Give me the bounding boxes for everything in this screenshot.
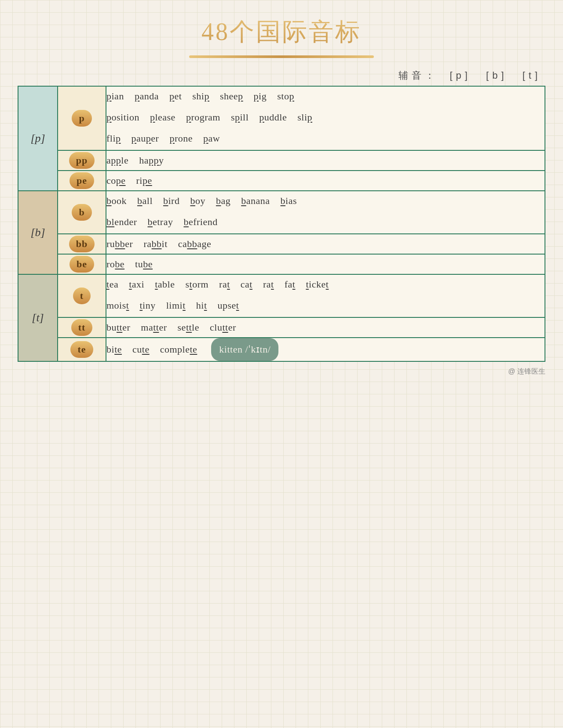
words-bb: rubber rabbit cabbage	[106, 234, 545, 254]
words-line: book ball bird boy bag banana bias	[106, 191, 545, 211]
word: ticket	[306, 275, 329, 294]
pattern-pe: pe	[58, 171, 106, 191]
words-line: blender betray befriend	[106, 212, 545, 232]
section-t-row1: [t] t tea taxi table storm rat cat rat f…	[18, 274, 545, 317]
phoneme-cell-t: [t]	[18, 274, 58, 361]
pattern-badge-pe: pe	[69, 172, 94, 189]
kitten-badge: kitten /ˈkɪtn/	[211, 338, 278, 361]
words-line: tea taxi table storm rat cat rat fat tic…	[106, 275, 545, 294]
phoneme-cell-p: [p]	[18, 86, 58, 191]
pattern-badge-be: be	[69, 256, 94, 273]
word: rubber	[106, 234, 133, 254]
word: butter	[106, 318, 130, 337]
section-b-row1: [b] b book ball bird boy bag banana bias	[18, 191, 545, 234]
words-t: tea taxi table storm rat cat rat fat tic…	[106, 274, 545, 317]
pattern-badge-pp: pp	[69, 152, 95, 169]
word: rat	[219, 275, 230, 294]
word: upset	[218, 296, 239, 315]
word: matter	[141, 318, 167, 337]
word: panda	[135, 87, 159, 106]
word: fat	[285, 275, 296, 294]
word: paw	[203, 129, 220, 148]
title-underline	[189, 55, 374, 58]
word: program	[186, 108, 220, 127]
words-pp: apple happy	[106, 150, 545, 171]
section-b-row3: be robe tube	[18, 254, 545, 274]
subtitle: 辅音： [p] [b] [t]	[18, 69, 545, 82]
word: book	[106, 191, 127, 211]
word: settle	[178, 318, 199, 337]
word: happy	[139, 151, 164, 170]
word: pig	[254, 87, 267, 106]
word: bag	[216, 191, 230, 211]
page-content: 48个国际音标 辅音： [p] [b] [t] [p] p pian panda…	[18, 13, 545, 376]
words-tt: butter matter settle clutter	[106, 317, 545, 338]
words-te: bite cute complete kitten /ˈkɪtn/	[106, 338, 545, 361]
pattern-p: p	[58, 86, 106, 150]
word: clutter	[210, 318, 236, 337]
words-line: position please program spill puddle sli…	[106, 108, 545, 127]
word: please	[150, 108, 175, 127]
pattern-tt: tt	[58, 317, 106, 338]
word: moist	[106, 296, 129, 315]
section-b-row2: bb rubber rabbit cabbage	[18, 234, 545, 254]
phoneme-p: [p]	[450, 70, 471, 81]
word: tea	[106, 275, 118, 294]
word: rabbit	[143, 234, 167, 254]
pattern-badge-tt: tt	[71, 319, 93, 336]
word: bite	[106, 340, 122, 359]
word: spill	[231, 108, 249, 127]
words-line: pian panda pet ship sheep pig stop	[106, 87, 545, 106]
words-p: pian panda pet ship sheep pig stop posit…	[106, 86, 545, 150]
word: rat	[263, 275, 274, 294]
word: stop	[277, 87, 294, 106]
word: ball	[137, 191, 153, 211]
word: blender	[106, 212, 137, 232]
word: slip	[297, 108, 312, 127]
pattern-b: b	[58, 191, 106, 234]
word: banana	[241, 191, 270, 211]
pattern-badge-t: t	[73, 288, 91, 304]
pattern-te: te	[58, 338, 106, 361]
section-p-row3: pe cope ripe	[18, 171, 545, 191]
phoneme-b: [b]	[486, 70, 507, 81]
section-t-row3: te bite cute complete kitten /ˈkɪtn/	[18, 338, 545, 361]
pattern-badge-b: b	[72, 204, 91, 221]
word: tube	[135, 255, 153, 274]
word: puddle	[259, 108, 287, 127]
pattern-bb: bb	[58, 234, 106, 254]
word: storm	[185, 275, 208, 294]
pattern-badge-p: p	[72, 110, 91, 127]
watermark: @ 连锋医生	[18, 367, 545, 376]
word: prone	[169, 129, 193, 148]
word: sheep	[220, 87, 243, 106]
words-pe: cope ripe	[106, 171, 545, 191]
word: apple	[106, 151, 128, 170]
word: bias	[281, 191, 297, 211]
word: cute	[132, 340, 150, 359]
words-line: flip pauper prone paw	[106, 129, 545, 148]
pattern-badge-te: te	[70, 341, 93, 358]
word: cat	[241, 275, 252, 294]
section-p-row1: [p] p pian panda pet ship sheep pig stop	[18, 86, 545, 150]
word: ripe	[136, 171, 152, 190]
word: pauper	[132, 129, 159, 148]
section-t-row2: tt butter matter settle clutter	[18, 317, 545, 338]
word: robe	[106, 255, 124, 274]
word: limit	[166, 296, 186, 315]
words-line: moist tiny limit hit upset	[106, 296, 545, 315]
word: cope	[106, 171, 126, 190]
word: betray	[147, 212, 173, 232]
word: ship	[192, 87, 209, 106]
word: pet	[169, 87, 182, 106]
word: tiny	[139, 296, 155, 315]
word: taxi	[129, 275, 144, 294]
pattern-t: t	[58, 274, 106, 317]
phoneme-t: [t]	[523, 70, 541, 81]
word: hit	[196, 296, 207, 315]
word: boy	[190, 191, 205, 211]
word: complete	[160, 340, 197, 359]
word: flip	[106, 129, 121, 148]
subtitle-label: 辅音：	[398, 70, 438, 81]
words-be: robe tube	[106, 254, 545, 274]
